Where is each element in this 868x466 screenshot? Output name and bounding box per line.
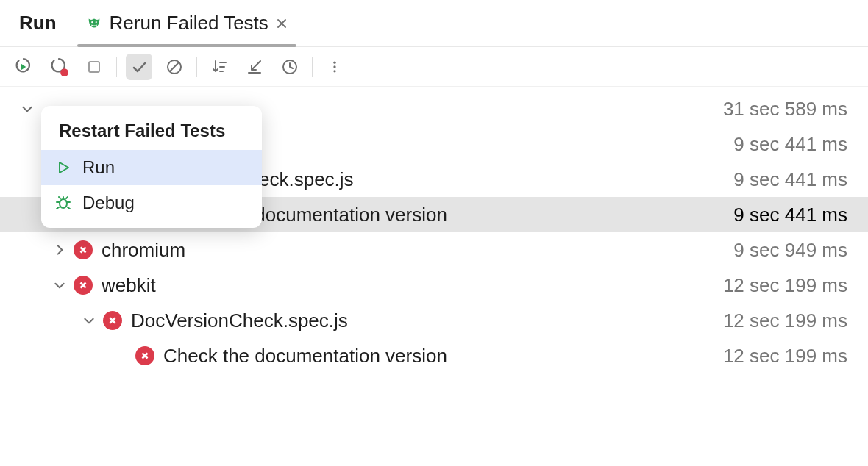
fail-icon: [74, 276, 93, 295]
separator: [196, 57, 197, 77]
import-button[interactable]: [241, 54, 268, 80]
tab-run-label: Run: [19, 12, 57, 35]
popup-item-label: Debug: [82, 193, 135, 213]
svg-point-7: [333, 65, 335, 68]
fail-icon: [74, 240, 93, 259]
popup-item-label: Run: [82, 157, 115, 178]
duration: 12 sec 199 ms: [723, 274, 847, 297]
tree-row-label: eck.spec.js: [259, 168, 354, 191]
debug-icon: [54, 194, 72, 212]
tree-row[interactable]: Check the documentation version 12 sec 1…: [0, 338, 868, 373]
tree-row[interactable]: chromium 9 sec 949 ms: [0, 232, 868, 268]
close-icon[interactable]: [276, 18, 288, 29]
separator: [312, 57, 313, 77]
chevron-down-icon[interactable]: [82, 314, 96, 327]
chevron-down-icon[interactable]: [21, 102, 34, 115]
popup-title: Restart Failed Tests: [41, 113, 262, 150]
restart-failed-popup: Restart Failed Tests Run Debug: [41, 106, 262, 228]
popup-item-run[interactable]: Run: [41, 150, 262, 185]
duration: 9 sec 441 ms: [733, 168, 847, 191]
separator: [116, 57, 117, 77]
tabs-bar: Run Rerun Failed Tests: [0, 0, 868, 47]
fail-icon: [103, 311, 122, 330]
run-icon: [54, 159, 72, 176]
stop-button[interactable]: [81, 54, 107, 80]
duration: 12 sec 199 ms: [723, 309, 847, 332]
tree-row-label: chromium: [102, 239, 185, 262]
more-button[interactable]: [321, 54, 348, 80]
svg-point-8: [333, 70, 335, 72]
tree-row-label: DocVersionCheck.spec.js: [131, 309, 348, 332]
chevron-down-icon[interactable]: [53, 279, 66, 292]
fail-icon: [135, 346, 154, 365]
rerun-button[interactable]: [10, 54, 37, 80]
svg-point-2: [60, 68, 68, 76]
svg-point-0: [91, 21, 93, 23]
tab-rerun-failed[interactable]: Rerun Failed Tests: [80, 0, 294, 46]
svg-rect-3: [89, 62, 99, 72]
duration: 9 sec 949 ms: [733, 239, 847, 262]
tree-row-label: webkit: [102, 274, 156, 297]
popup-item-debug[interactable]: Debug: [41, 185, 262, 221]
duration: 31 sec 589 ms: [723, 98, 847, 121]
show-passed-toggle[interactable]: [126, 54, 152, 80]
chevron-right-icon[interactable]: [53, 243, 66, 257]
toolbar: [0, 47, 868, 87]
playwright-mask-icon: [86, 15, 102, 32]
sort-button[interactable]: [206, 54, 232, 80]
svg-point-6: [333, 61, 335, 63]
svg-point-9: [60, 199, 67, 208]
tab-run[interactable]: Run: [13, 0, 63, 46]
show-ignored-toggle[interactable]: [161, 54, 188, 80]
svg-point-1: [95, 21, 96, 23]
history-button[interactable]: [277, 54, 303, 80]
tree-row[interactable]: DocVersionCheck.spec.js 12 sec 199 ms: [0, 303, 868, 338]
tree-row[interactable]: webkit 12 sec 199 ms: [0, 268, 868, 303]
duration: 12 sec 199 ms: [723, 345, 847, 368]
duration: 9 sec 441 ms: [733, 133, 847, 156]
duration: 9 sec 441 ms: [733, 204, 847, 226]
rerun-failed-button[interactable]: [46, 54, 72, 80]
tab-rerun-failed-label: Rerun Failed Tests: [110, 12, 268, 35]
tree-row-label: Check the documentation version: [163, 345, 447, 368]
